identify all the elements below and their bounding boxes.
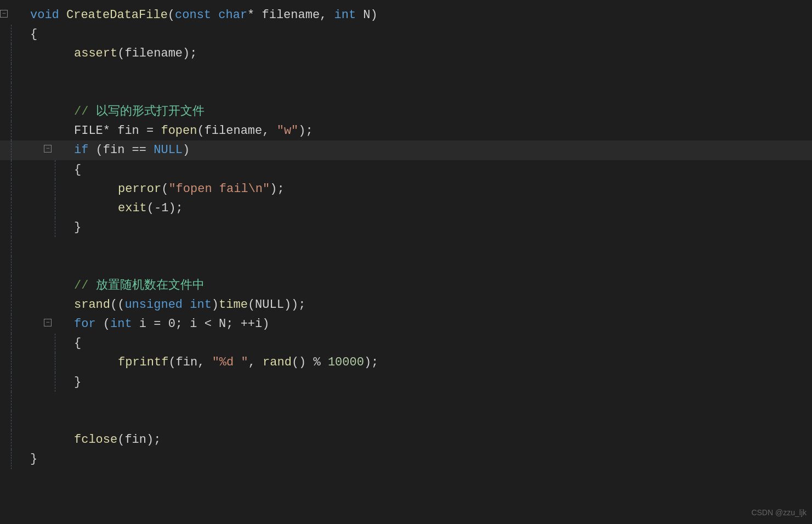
token: N) [363, 8, 377, 22]
indent-guide [55, 160, 55, 179]
token: srand [74, 298, 110, 312]
line-content: { [11, 160, 81, 179]
token: "w" [277, 124, 299, 138]
code-line-14 [0, 256, 812, 275]
line-content [11, 256, 37, 275]
line-content: fprintf(fin, "%d ", rand() % 10000); [11, 353, 378, 372]
token: // [74, 279, 96, 292]
code-line-16: srand((unsigned int)time(NULL)); [0, 295, 812, 314]
code-line-7: FILE* fin = fopen(filename, "w"); [0, 121, 812, 140]
line-content [11, 392, 37, 411]
code-line-21 [0, 392, 812, 411]
code-line-8: −if (fin == NULL) [0, 140, 812, 160]
indent-guide [11, 430, 12, 449]
indent-guide [11, 160, 12, 179]
token: 10000 [328, 356, 364, 369]
indent-guide [55, 334, 55, 353]
code-line-2: { [0, 25, 812, 44]
token: (( [110, 298, 124, 312]
token: (filename); [117, 47, 197, 60]
indent-guide [11, 25, 12, 44]
line-content: } [11, 218, 81, 237]
line-content: perror("fopen fail\n"); [11, 179, 285, 199]
indent-guide [11, 334, 12, 353]
token: fopen [161, 124, 197, 138]
token: if [74, 143, 96, 157]
indent-guide [11, 449, 12, 469]
line-content: fclose(fin); [11, 430, 161, 449]
code-editor: −void CreateDataFile(const char* filenam… [0, 0, 812, 475]
indent-guide [11, 314, 12, 334]
token: ( [103, 317, 110, 331]
code-line-10: perror("fopen fail\n"); [0, 179, 812, 199]
code-line-19: fprintf(fin, "%d ", rand() % 10000); [0, 353, 812, 372]
code-line-24: } [0, 449, 812, 469]
fold-icon[interactable]: − [44, 145, 52, 153]
token: { [74, 336, 81, 350]
token: unsigned [124, 298, 190, 312]
token: (fin == [96, 143, 154, 157]
token: (filename, [197, 124, 276, 138]
code-line-6: // 以写的形式打开文件 [0, 102, 812, 121]
token: , [248, 356, 263, 369]
indent-guide [11, 256, 12, 275]
token: const [175, 8, 218, 22]
token: for [74, 317, 103, 331]
indent-guide [55, 199, 55, 218]
token: ); [270, 182, 284, 196]
token: * filename, [247, 8, 334, 22]
code-line-13 [0, 237, 812, 256]
line-content [11, 411, 37, 430]
line-content: { [11, 334, 81, 353]
indent-guide [11, 392, 12, 411]
token: perror [118, 182, 161, 196]
fold-icon[interactable]: − [0, 10, 8, 18]
line-content: void CreateDataFile(const char* filename… [11, 5, 378, 25]
line-content: srand((unsigned int)time(NULL)); [11, 295, 306, 314]
token: * fin = [103, 124, 161, 138]
indent-guide [11, 276, 12, 295]
line-content: // 放置随机数在文件中 [11, 276, 205, 295]
code-line-23: fclose(fin); [0, 430, 812, 449]
token: 以写的形式打开文件 [96, 105, 205, 119]
line-content: { [11, 25, 37, 44]
token: "%d " [212, 356, 248, 369]
line-content: if (fin == NULL) [11, 140, 190, 160]
token: "fopen fail\n" [168, 182, 270, 196]
line-content: } [11, 373, 81, 392]
code-line-17: −for (int i = 0; i < N; ++i) [0, 314, 812, 334]
token: rand [263, 356, 292, 369]
token: (fin); [117, 433, 161, 447]
token: i = 0; i < N; ++i) [139, 317, 270, 331]
token: int [110, 317, 139, 331]
line-content: exit(-1); [11, 199, 183, 218]
indent-guide [11, 102, 12, 121]
token: { [74, 163, 81, 177]
line-content: } [11, 449, 37, 469]
code-line-4 [0, 64, 812, 83]
token: ); [364, 356, 378, 369]
token: NULL [154, 143, 183, 157]
token: () % [292, 356, 328, 369]
token: time [219, 298, 248, 312]
token: int [334, 8, 364, 22]
token: } [74, 221, 81, 234]
code-line-22 [0, 411, 812, 430]
code-line-11: exit(-1); [0, 199, 812, 218]
code-line-18: { [0, 334, 812, 353]
token: ) [183, 143, 190, 157]
token: { [30, 27, 37, 41]
indent-guide [55, 373, 55, 392]
indent-guide [11, 140, 12, 160]
indent-guide [55, 179, 55, 199]
fold-icon[interactable]: − [44, 319, 52, 326]
code-line-20: } [0, 373, 812, 392]
token: ); [298, 124, 313, 138]
watermark: CSDN @zzu_ljk [751, 506, 807, 519]
indent-guide [11, 237, 12, 256]
token: fprintf [118, 356, 168, 369]
code-line-9: { [0, 160, 812, 179]
token: (NULL)); [248, 298, 306, 312]
token: (fin, [168, 356, 212, 369]
indent-guide [55, 218, 55, 237]
